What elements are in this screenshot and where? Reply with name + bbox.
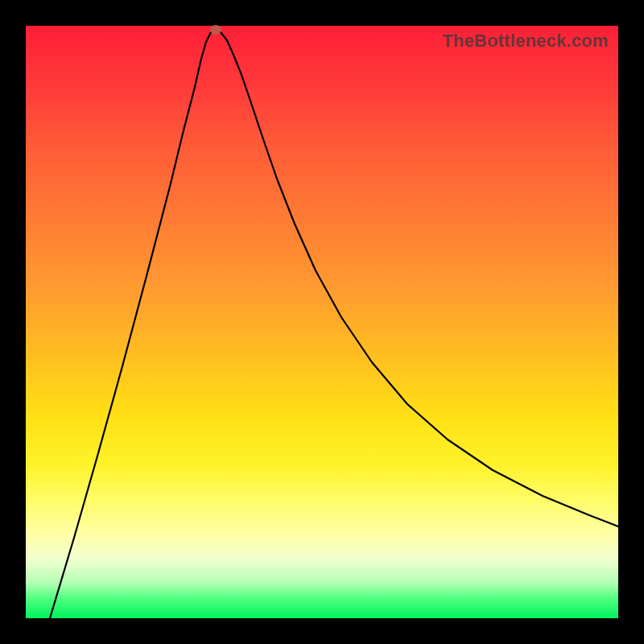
chart-frame: TheBottleneck.com (0, 0, 644, 644)
minimum-marker-icon (210, 25, 221, 35)
bottleneck-curve (26, 26, 618, 618)
plot-area: TheBottleneck.com (26, 26, 618, 618)
